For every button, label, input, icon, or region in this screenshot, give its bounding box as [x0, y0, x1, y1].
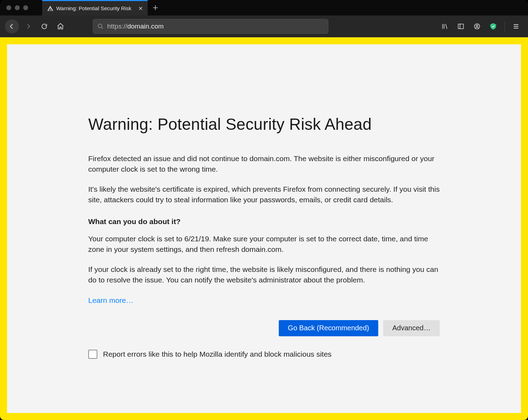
protection-shield-icon[interactable] [486, 19, 500, 33]
report-label: Report errors like this to help Mozilla … [103, 350, 331, 358]
learn-more-link[interactable]: Learn more… [88, 296, 133, 305]
paragraph-3: Your computer clock is set to 6/21/19. M… [88, 234, 440, 255]
titlebar: Warning: Potential Security Risk [0, 0, 528, 15]
back-button[interactable] [5, 19, 19, 33]
go-back-button[interactable]: Go Back (Recommended) [279, 320, 378, 336]
advanced-button[interactable]: Advanced… [383, 320, 440, 336]
report-row: Report errors like this to help Mozilla … [88, 350, 440, 359]
sidebar-button[interactable] [454, 19, 468, 33]
svg-point-0 [98, 24, 102, 28]
window-close-dot[interactable] [6, 5, 11, 10]
menu-button[interactable] [509, 19, 523, 33]
page: Warning: Potential Security Risk Ahead F… [7, 44, 521, 413]
paragraph-2: It's likely the website's certificate is… [88, 184, 440, 205]
toolbar-separator [504, 21, 505, 32]
reload-button[interactable] [37, 19, 51, 33]
url-scheme: https:// [107, 23, 127, 30]
toolbar-right [438, 19, 523, 33]
library-button[interactable] [438, 19, 452, 33]
window-zoom-dot[interactable] [23, 5, 28, 10]
url-bar[interactable]: https://domain.com [93, 19, 328, 34]
action-row: Go Back (Recommended) Advanced… [88, 320, 440, 336]
tab-active[interactable]: Warning: Potential Security Risk [42, 0, 148, 15]
new-tab-button[interactable] [148, 0, 163, 15]
url-text: https://domain.com [107, 23, 324, 30]
tab-title: Warning: Potential Security Risk [56, 5, 134, 11]
forward-button[interactable] [21, 19, 35, 33]
window-minimize-dot[interactable] [15, 5, 20, 10]
paragraph-1: Firefox detected an issue and did not co… [88, 153, 440, 175]
tabstrip: Warning: Potential Security Risk [42, 0, 163, 15]
window-controls [0, 0, 34, 15]
browser-window: Warning: Potential Security Risk [0, 0, 528, 420]
toolbar: https://domain.com [0, 15, 528, 37]
content: Warning: Potential Security Risk Ahead F… [88, 44, 440, 413]
svg-rect-1 [458, 24, 464, 28]
page-title: Warning: Potential Security Risk Ahead [88, 115, 440, 134]
account-button[interactable] [470, 19, 484, 33]
home-button[interactable] [53, 19, 67, 33]
viewport: Warning: Potential Security Risk Ahead F… [0, 37, 528, 420]
svg-point-3 [476, 25, 478, 27]
url-host: domain.com [127, 23, 164, 30]
report-checkbox[interactable] [88, 350, 97, 359]
search-icon [97, 23, 104, 30]
tab-close-button[interactable] [137, 5, 144, 12]
paragraph-4: If your clock is already set to the righ… [88, 264, 440, 286]
warning-triangle-icon [47, 5, 53, 12]
subheading: What can you do about it? [88, 217, 440, 226]
